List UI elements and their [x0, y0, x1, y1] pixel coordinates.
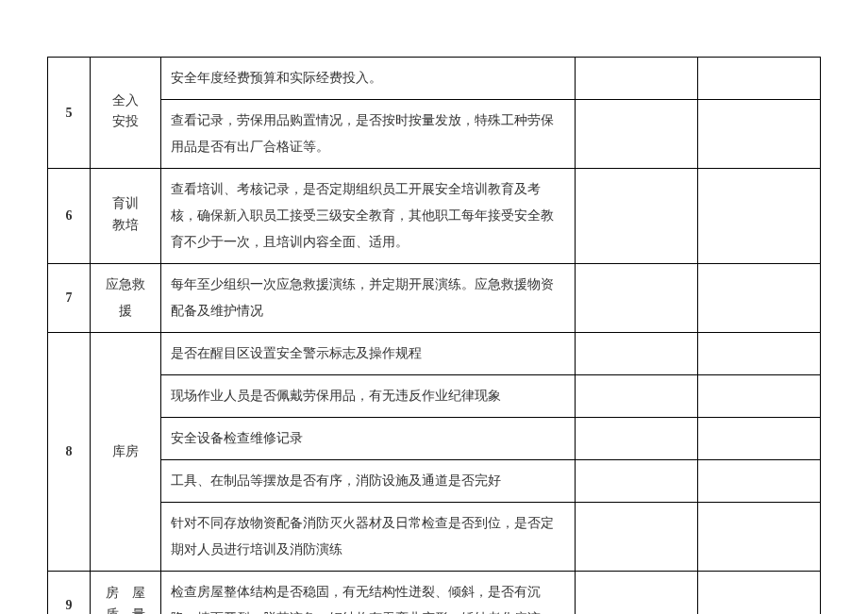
table-row: 5 全入 安投 安全年度经费预算和实际经费投入。: [48, 58, 821, 100]
table-row: 查看记录，劳保用品购置情况，是否按时按量发放，特殊工种劳保用品是否有出厂合格证等…: [48, 100, 821, 169]
category-line: 全入: [112, 91, 139, 111]
empty-cell: [576, 503, 698, 572]
empty-cell: [576, 418, 698, 460]
table-row: 针对不同存放物资配备消防灭火器材及日常检查是否到位，是否定期对人员进行培训及消防…: [48, 503, 821, 572]
description-cell: 安全设备检查维修记录: [161, 418, 576, 460]
empty-cell: [698, 460, 821, 503]
category-line: 房 屋: [106, 583, 145, 604]
category-cell: 育训 教培: [91, 169, 161, 264]
category-line: 安投: [112, 111, 139, 132]
row-number: 6: [48, 169, 91, 264]
description-cell: 检查房屋整体结构是否稳固，有无结构性迸裂、倾斜，是否有沉降，墙面开裂，脱落迹象。…: [161, 572, 576, 615]
empty-cell: [698, 264, 821, 333]
row-number: 9: [48, 572, 91, 615]
empty-cell: [576, 375, 698, 418]
category-line: 质 量: [106, 605, 145, 614]
empty-cell: [698, 375, 821, 418]
table-row: 工具、在制品等摆放是否有序，消防设施及通道是否完好: [48, 460, 821, 503]
category-cell: 应急救援: [91, 264, 161, 333]
row-number: 5: [48, 58, 91, 169]
table-row: 9 房 屋 质 量 检查房屋整体结构是否稳固，有无结构性迸裂、倾斜，是否有沉降，…: [48, 572, 821, 615]
table-row: 现场作业人员是否佩戴劳保用品，有无违反作业纪律现象: [48, 375, 821, 418]
category-cell: 全入 安投: [91, 58, 161, 169]
category-line: 育训: [112, 193, 139, 214]
category-cell: 库房: [91, 333, 161, 572]
empty-cell: [698, 503, 821, 572]
description-cell: 查看记录，劳保用品购置情况，是否按时按量发放，特殊工种劳保用品是否有出厂合格证等…: [161, 100, 576, 169]
empty-cell: [698, 572, 821, 615]
table-row: 8 库房 是否在醒目区设置安全警示标志及操作规程: [48, 333, 821, 375]
empty-cell: [576, 460, 698, 503]
empty-cell: [576, 572, 698, 615]
inspection-table: 5 全入 安投 安全年度经费预算和实际经费投入。 查看记录，劳保用品购置情况，是…: [47, 57, 821, 614]
table-row: 安全设备检查维修记录: [48, 418, 821, 460]
empty-cell: [576, 333, 698, 375]
description-cell: 工具、在制品等摆放是否有序，消防设施及通道是否完好: [161, 460, 576, 503]
description-cell: 查看培训、考核记录，是否定期组织员工开展安全培训教育及考核，确保新入职员工接受三…: [161, 169, 576, 264]
empty-cell: [698, 169, 821, 264]
empty-cell: [576, 169, 698, 264]
description-cell: 每年至少组织一次应急救援演练，并定期开展演练。应急救援物资配备及维护情况: [161, 264, 576, 333]
category-cell: 房 屋 质 量: [91, 572, 161, 615]
description-cell: 针对不同存放物资配备消防灭火器材及日常检查是否到位，是否定期对人员进行培训及消防…: [161, 503, 576, 572]
description-cell: 现场作业人员是否佩戴劳保用品，有无违反作业纪律现象: [161, 375, 576, 418]
empty-cell: [698, 418, 821, 460]
empty-cell: [576, 58, 698, 100]
empty-cell: [698, 100, 821, 169]
table-row: 7 应急救援 每年至少组织一次应急救援演练，并定期开展演练。应急救援物资配备及维…: [48, 264, 821, 333]
description-cell: 是否在醒目区设置安全警示标志及操作规程: [161, 333, 576, 375]
category-line: 教培: [112, 215, 139, 236]
row-number: 7: [48, 264, 91, 333]
table-row: 6 育训 教培 查看培训、考核记录，是否定期组织员工开展安全培训教育及考核，确保…: [48, 169, 821, 264]
empty-cell: [576, 264, 698, 333]
empty-cell: [698, 333, 821, 375]
description-cell: 安全年度经费预算和实际经费投入。: [161, 58, 576, 100]
row-number: 8: [48, 333, 91, 572]
empty-cell: [698, 58, 821, 100]
empty-cell: [576, 100, 698, 169]
